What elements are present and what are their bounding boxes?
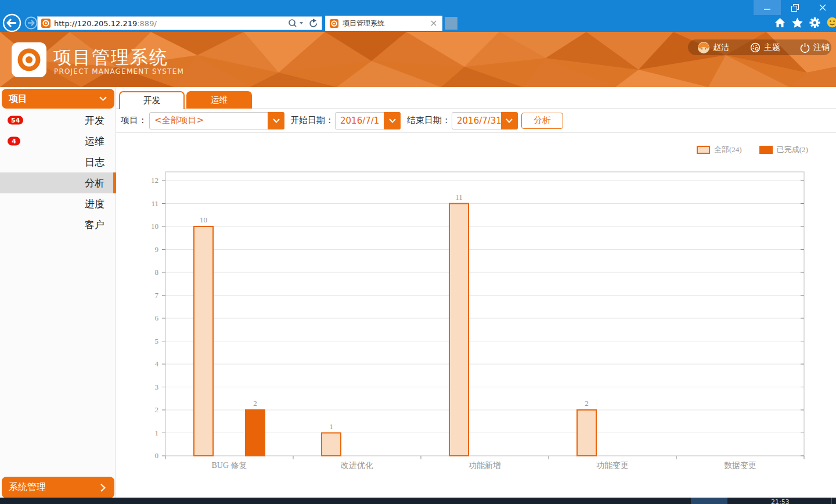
back-button[interactable] xyxy=(2,13,21,33)
user-bar: 赵洁 主题 注销 xyxy=(688,39,831,55)
logout-button[interactable]: 注销 xyxy=(800,42,830,53)
end-date-input[interactable]: 2016/7/31 xyxy=(452,112,517,129)
tab-title: 项目管理系统 xyxy=(343,19,431,28)
sidebar-group-project[interactable]: 项目 xyxy=(2,89,114,109)
start-date-dropdown-button[interactable] xyxy=(384,112,401,129)
browser-titlebar xyxy=(0,0,836,15)
tab-dev[interactable]: 开发 xyxy=(119,91,185,109)
user-menu[interactable]: 赵洁 xyxy=(698,42,729,53)
restore-icon xyxy=(791,4,799,12)
sidebar-item-progress[interactable]: 进度 xyxy=(0,193,116,214)
legend-swatch-all xyxy=(697,146,710,154)
end-date-dropdown-button[interactable] xyxy=(501,112,518,129)
ops-count-badge: 4 xyxy=(8,137,20,146)
palette-icon xyxy=(750,42,761,53)
chevron-right-icon xyxy=(100,484,106,492)
end-date-label: 结束日期： xyxy=(407,115,451,126)
chevron-down-icon xyxy=(99,96,107,101)
close-icon xyxy=(819,4,826,11)
main-content: 开发 运维 项目： <全部项目> 开始日期： 2016/7/1 结束日期： 20… xyxy=(116,87,836,498)
taskbar-divider xyxy=(831,498,832,504)
power-icon xyxy=(800,42,810,53)
theme-button[interactable]: 主题 xyxy=(750,42,780,53)
window-restore-button[interactable] xyxy=(781,0,809,15)
system-admin-label: 系统管理 xyxy=(9,481,100,494)
taskbar-active-segment[interactable] xyxy=(691,498,727,504)
legend-swatch-done xyxy=(759,146,773,154)
back-icon xyxy=(2,13,21,33)
app-logo xyxy=(12,42,46,77)
app-title: 项目管理系统 xyxy=(53,45,168,70)
windows-taskbar[interactable]: 21:53 xyxy=(0,498,836,504)
sidebar-group-label: 项目 xyxy=(9,93,99,105)
tab-close-icon[interactable] xyxy=(431,20,437,26)
legend-entry-all[interactable]: 全部(24) xyxy=(697,145,742,155)
user-avatar xyxy=(698,42,709,53)
sidebar-system-admin-button[interactable]: 系统管理 xyxy=(2,477,114,498)
window-minimize-button[interactable] xyxy=(754,0,781,15)
analyze-button[interactable]: 分析 xyxy=(521,113,563,129)
sidebar-item-customers[interactable]: 客户 xyxy=(0,214,116,235)
dev-count-badge: 54 xyxy=(8,116,23,125)
legend-entry-done[interactable]: 已完成(2) xyxy=(759,145,808,155)
tab-favicon xyxy=(330,19,338,28)
window-close-button[interactable] xyxy=(809,0,836,15)
chevron-down-icon xyxy=(273,118,280,123)
chevron-down-icon xyxy=(389,118,396,123)
logout-label: 注销 xyxy=(813,42,830,53)
theme-label: 主题 xyxy=(764,42,780,53)
browser-tab[interactable]: 项目管理系统 xyxy=(325,16,442,31)
project-select-dropdown-button[interactable] xyxy=(268,112,284,129)
browser-toolbar-icons xyxy=(774,17,836,28)
refresh-icon[interactable] xyxy=(305,19,322,28)
start-date-label: 开始日期： xyxy=(290,115,334,126)
sidebar-item-analysis[interactable]: 分析 xyxy=(0,172,116,193)
feedback-smiley-icon[interactable] xyxy=(827,17,836,28)
search-icon[interactable] xyxy=(287,19,305,28)
chart-legend: 全部(24) 已完成(2) xyxy=(697,145,823,155)
site-favicon xyxy=(41,19,51,28)
settings-gear-icon[interactable] xyxy=(809,17,820,28)
forward-button[interactable] xyxy=(24,16,38,30)
sidebar-item-ops[interactable]: 4 运维 xyxy=(0,131,116,152)
address-bar[interactable]: http://120.205.12.219:889/ xyxy=(37,16,322,30)
sidebar-item-logs[interactable]: 日志 xyxy=(0,152,116,172)
sidebar-item-dev[interactable]: 54 开发 xyxy=(0,110,116,131)
url-text: http://120.205.12.219:889/ xyxy=(54,19,287,28)
filter-bar: 项目： <全部项目> 开始日期： 2016/7/1 结束日期： 2016/7/3… xyxy=(116,109,836,133)
taskbar-clock: 21:53 xyxy=(771,498,790,504)
home-icon[interactable] xyxy=(774,17,785,28)
tab-ops[interactable]: 运维 xyxy=(186,91,252,109)
favorites-star-icon[interactable] xyxy=(792,17,803,28)
start-date-input[interactable]: 2016/7/1 xyxy=(335,112,401,129)
sidebar: 项目 54 开发 4 运维 日志 分析 进度 客户 系统管理 xyxy=(0,87,116,498)
new-tab-button[interactable] xyxy=(445,17,457,30)
project-select[interactable]: <全部项目> xyxy=(149,112,284,129)
user-name: 赵洁 xyxy=(713,42,729,53)
chevron-down-icon xyxy=(506,118,513,123)
app-subtitle: PROJECT MANAGEMENT SYSTEM xyxy=(54,67,184,75)
project-filter-label: 项目： xyxy=(121,115,147,126)
forward-icon xyxy=(24,16,38,30)
tab-strip: 开发 运维 xyxy=(116,91,836,109)
minimize-icon xyxy=(764,5,770,11)
